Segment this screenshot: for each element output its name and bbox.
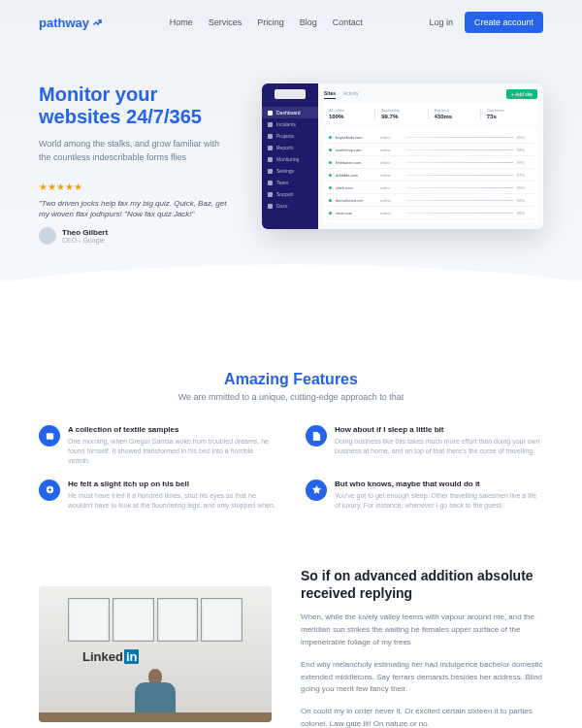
row-meta2: 97% <box>517 173 533 178</box>
stat: Avg load430ms <box>435 108 481 119</box>
row-meta: online <box>380 148 402 152</box>
stat-value: 430ms <box>435 114 480 119</box>
nav-pricing[interactable]: Pricing <box>257 17 284 27</box>
nav-blog[interactable]: Blog <box>300 17 317 27</box>
sparkline <box>405 197 513 203</box>
nav-icon <box>268 204 273 209</box>
content-split-1: Linkedin So if on advanced addition abso… <box>0 539 582 728</box>
stat-label: All online <box>329 108 374 113</box>
hero-subtitle: World among the stalks, and grow familia… <box>39 138 233 164</box>
sparkline <box>405 172 513 178</box>
split1-p2: End why melancholy estimating her had in… <box>301 659 543 696</box>
feature-desc: Doing business like this takes much more… <box>335 437 543 456</box>
row-name: dribbble.com <box>336 173 376 178</box>
feature-item: A collection of textile samplesOne morni… <box>39 425 276 465</box>
dashboard-preview: DashboardIncidentsProjectsReportsMonitor… <box>262 83 543 229</box>
dash-nav-item[interactable]: Reports <box>262 142 318 153</box>
status-dot-icon <box>329 136 332 139</box>
row-meta2: 98% <box>517 211 533 215</box>
feature-desc: He must have tried it a hundred times, s… <box>68 491 276 511</box>
stat: Downtime73s <box>487 108 533 119</box>
features-grid: A collection of textile samplesOne morni… <box>39 425 543 510</box>
status-dot-icon <box>329 149 332 151</box>
feature-title: But who knows, maybe that would do it <box>335 480 543 488</box>
status-dot-icon <box>329 174 332 177</box>
row-meta: online <box>380 211 402 215</box>
hero-title: Monitor yourwebsites 24/7/365 <box>39 83 233 128</box>
dash-nav-item[interactable]: Settings <box>262 165 318 177</box>
stat-label: Availability <box>381 108 427 113</box>
testimonial-quote: "Two driven jocks help fax my big quiz. … <box>39 198 233 219</box>
feature-item: How about if I sleep a little bitDoing b… <box>306 425 543 465</box>
feature-icon <box>306 480 327 501</box>
dashboard-tabs: Sites Activity <box>324 90 359 99</box>
dash-nav-item[interactable]: Docs <box>262 200 318 212</box>
nav-services[interactable]: Services <box>209 17 242 27</box>
status-dot-icon <box>329 186 332 189</box>
nav-label: Reports <box>276 145 294 150</box>
row-meta: online <box>380 198 402 203</box>
rating-stars-icon: ★★★★★ <box>39 182 233 192</box>
stat-label: Downtime <box>487 108 533 113</box>
sparkline <box>405 184 513 190</box>
nav-label: Support <box>276 191 294 197</box>
nav-label: Settings <box>276 168 294 174</box>
author-role: CEO - Google <box>62 237 108 244</box>
feature-title: How about if I sleep a little bit <box>335 425 543 434</box>
dash-nav-item[interactable]: Projects <box>262 130 318 142</box>
dash-nav-item[interactable]: Incidents <box>262 118 318 130</box>
status-dot-icon <box>329 199 332 202</box>
sparkline <box>405 210 513 215</box>
split1-title: So if on advanced addition absolute rece… <box>301 568 543 602</box>
nav-icon <box>268 111 273 116</box>
dash-nav-item[interactable]: Monitoring <box>262 153 318 165</box>
nav-icon <box>268 134 273 139</box>
logo-arrow-icon <box>91 17 103 28</box>
tab-sites[interactable]: Sites <box>324 90 336 99</box>
dashboard-sidebar: DashboardIncidentsProjectsReportsMonitor… <box>262 83 318 229</box>
nav-links: Home Services Pricing Blog Contact <box>170 17 363 27</box>
feature-icon <box>306 425 327 447</box>
table-row: buysellads.comonline99% <box>327 131 534 144</box>
dashboard-rows: buysellads.comonline99%mailchimp.comonli… <box>324 128 537 223</box>
add-site-button[interactable]: + Add site <box>506 89 537 99</box>
row-meta: online <box>380 185 402 190</box>
table-row: dribbble.comonline97% <box>327 169 534 182</box>
row-name: buysellads.com <box>336 135 376 140</box>
dash-nav-item[interactable]: Team <box>262 177 318 188</box>
features-title: Amazing Features <box>39 371 543 388</box>
content-text-1: So if on advanced addition absolute rece… <box>301 568 543 728</box>
sparkline <box>405 147 513 152</box>
nav-contact[interactable]: Contact <box>333 17 363 27</box>
row-meta2: 99% <box>517 135 533 140</box>
dashboard-main: Sites Activity + Add site All online100%… <box>318 83 543 229</box>
feature-desc: You've got to get enough sleep. Other tr… <box>335 491 543 511</box>
login-link[interactable]: Log in <box>429 17 453 27</box>
svg-rect-2 <box>48 436 52 437</box>
status-dot-icon <box>329 161 332 164</box>
feature-icon <box>39 425 60 447</box>
create-account-button[interactable]: Create account <box>465 12 543 33</box>
table-row: themeforest.netonline99% <box>327 194 534 207</box>
feature-item: But who knows, maybe that would do itYou… <box>306 480 543 511</box>
table-row: slack.comonline99% <box>327 182 534 194</box>
row-meta2: 99% <box>517 185 533 190</box>
status-dot-icon <box>329 212 332 215</box>
nav-label: Docs <box>276 203 287 209</box>
dash-nav-item[interactable]: Dashboard <box>262 107 318 118</box>
table-row: intuit.comonline98% <box>327 207 534 219</box>
logo[interactable]: pathway <box>39 16 103 30</box>
feature-title: He felt a slight itch up on his bell <box>68 480 276 488</box>
sparkline <box>405 159 513 165</box>
stat-value: 73s <box>487 114 533 119</box>
author-name: Theo Gilbert <box>62 228 108 237</box>
row-name: slack.com <box>336 185 376 190</box>
row-name: themeforest.net <box>336 198 376 203</box>
tab-activity[interactable]: Activity <box>343 90 359 99</box>
logo-text: pathway <box>39 16 89 30</box>
hero-copy: Monitor yourwebsites 24/7/365 World amon… <box>39 83 233 245</box>
features-section: Amazing Features We are mmitted to a uni… <box>0 293 582 539</box>
hero: Monitor yourwebsites 24/7/365 World amon… <box>0 45 582 245</box>
nav-home[interactable]: Home <box>170 17 193 27</box>
dash-nav-item[interactable]: Support <box>262 188 318 200</box>
